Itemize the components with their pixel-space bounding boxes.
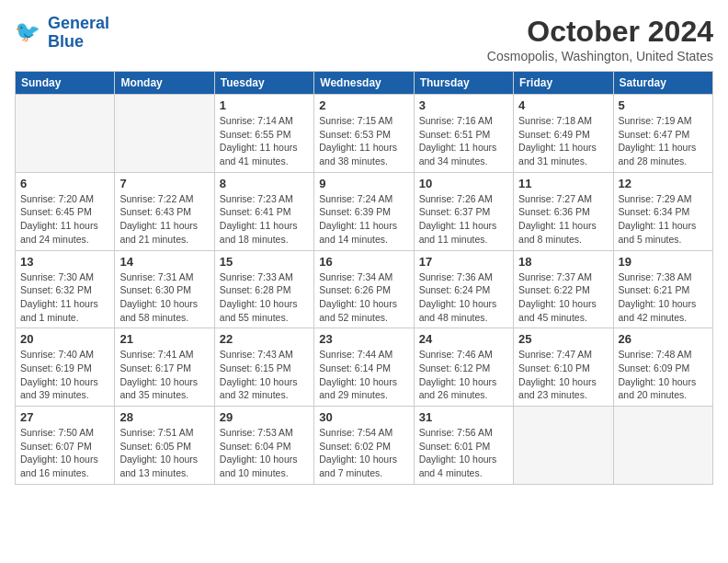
calendar-cell: 3Sunrise: 7:16 AM Sunset: 6:51 PM Daylig… — [414, 95, 513, 173]
calendar-cell: 11Sunrise: 7:27 AM Sunset: 6:36 PM Dayli… — [514, 172, 613, 250]
day-number: 26 — [619, 332, 708, 346]
day-info: Sunrise: 7:37 AM Sunset: 6:22 PM Dayligh… — [518, 270, 608, 325]
day-info: Sunrise: 7:30 AM Sunset: 6:32 PM Dayligh… — [20, 270, 109, 325]
day-number: 20 — [20, 332, 109, 346]
day-info: Sunrise: 7:54 AM Sunset: 6:02 PM Dayligh… — [319, 426, 408, 480]
day-number: 24 — [419, 332, 508, 346]
day-info: Sunrise: 7:27 AM Sunset: 6:36 PM Dayligh… — [518, 192, 608, 247]
day-info: Sunrise: 7:36 AM Sunset: 6:24 PM Dayligh… — [419, 270, 508, 325]
calendar-cell — [514, 407, 613, 485]
day-info: Sunrise: 7:14 AM Sunset: 6:55 PM Dayligh… — [220, 114, 309, 168]
calendar-cell: 25Sunrise: 7:47 AM Sunset: 6:10 PM Dayli… — [514, 328, 613, 407]
day-info: Sunrise: 7:46 AM Sunset: 6:12 PM Dayligh… — [419, 348, 508, 402]
location-subtitle: Cosmopolis, Washington, United States — [487, 49, 713, 63]
calendar-cell: 1Sunrise: 7:14 AM Sunset: 6:55 PM Daylig… — [214, 95, 313, 173]
calendar-week-4: 20Sunrise: 7:40 AM Sunset: 6:19 PM Dayli… — [16, 328, 713, 407]
day-info: Sunrise: 7:19 AM Sunset: 6:47 PM Dayligh… — [619, 114, 708, 168]
calendar-cell: 18Sunrise: 7:37 AM Sunset: 6:22 PM Dayli… — [514, 250, 613, 328]
day-info: Sunrise: 7:47 AM Sunset: 6:10 PM Dayligh… — [518, 348, 608, 402]
calendar-cell: 23Sunrise: 7:44 AM Sunset: 6:14 PM Dayli… — [314, 328, 414, 407]
day-number: 14 — [119, 255, 209, 269]
calendar-cell: 19Sunrise: 7:38 AM Sunset: 6:21 PM Dayli… — [613, 250, 712, 328]
day-info: Sunrise: 7:16 AM Sunset: 6:51 PM Dayligh… — [419, 114, 508, 168]
day-number: 11 — [518, 177, 608, 190]
day-info: Sunrise: 7:33 AM Sunset: 6:28 PM Dayligh… — [220, 270, 309, 325]
day-number: 7 — [119, 177, 209, 190]
day-header-tuesday: Tuesday — [214, 72, 313, 95]
day-info: Sunrise: 7:22 AM Sunset: 6:43 PM Dayligh… — [119, 192, 209, 247]
logo: 🐦 General Blue — [15, 15, 109, 52]
day-number: 2 — [319, 98, 408, 112]
calendar-cell: 14Sunrise: 7:31 AM Sunset: 6:30 PM Dayli… — [115, 250, 214, 328]
calendar-cell: 10Sunrise: 7:26 AM Sunset: 6:37 PM Dayli… — [414, 172, 513, 250]
day-number: 31 — [419, 410, 508, 424]
calendar-cell: 4Sunrise: 7:18 AM Sunset: 6:49 PM Daylig… — [514, 95, 613, 173]
day-info: Sunrise: 7:40 AM Sunset: 6:19 PM Dayligh… — [20, 348, 109, 402]
day-number: 19 — [619, 255, 708, 269]
logo-general: General — [48, 14, 109, 32]
calendar-cell: 16Sunrise: 7:34 AM Sunset: 6:26 PM Dayli… — [314, 250, 414, 328]
calendar-cell: 9Sunrise: 7:24 AM Sunset: 6:39 PM Daylig… — [314, 172, 414, 250]
day-info: Sunrise: 7:31 AM Sunset: 6:30 PM Dayligh… — [119, 270, 209, 325]
calendar-cell: 31Sunrise: 7:56 AM Sunset: 6:01 PM Dayli… — [414, 407, 513, 485]
calendar-cell: 8Sunrise: 7:23 AM Sunset: 6:41 PM Daylig… — [214, 172, 313, 250]
day-number: 1 — [220, 98, 309, 112]
page-header: 🐦 General Blue October 2024 Cosmopolis, … — [15, 15, 713, 63]
day-number: 28 — [119, 410, 209, 424]
calendar-cell: 30Sunrise: 7:54 AM Sunset: 6:02 PM Dayli… — [314, 407, 414, 485]
day-number: 29 — [220, 410, 309, 424]
calendar-cell: 6Sunrise: 7:20 AM Sunset: 6:45 PM Daylig… — [16, 172, 115, 250]
day-info: Sunrise: 7:26 AM Sunset: 6:37 PM Dayligh… — [419, 192, 508, 247]
calendar-cell: 12Sunrise: 7:29 AM Sunset: 6:34 PM Dayli… — [613, 172, 712, 250]
day-number: 27 — [20, 410, 109, 424]
day-info: Sunrise: 7:18 AM Sunset: 6:49 PM Dayligh… — [518, 114, 608, 168]
day-number: 13 — [20, 255, 109, 269]
day-info: Sunrise: 7:43 AM Sunset: 6:15 PM Dayligh… — [220, 348, 309, 402]
day-info: Sunrise: 7:41 AM Sunset: 6:17 PM Dayligh… — [119, 348, 209, 402]
day-number: 4 — [518, 98, 608, 112]
calendar-week-5: 27Sunrise: 7:50 AM Sunset: 6:07 PM Dayli… — [16, 407, 713, 485]
day-number: 30 — [319, 410, 408, 424]
day-number: 3 — [419, 98, 508, 112]
day-info: Sunrise: 7:56 AM Sunset: 6:01 PM Dayligh… — [419, 426, 508, 480]
calendar-cell: 17Sunrise: 7:36 AM Sunset: 6:24 PM Dayli… — [414, 250, 513, 328]
month-title: October 2024 — [487, 15, 713, 49]
calendar-week-3: 13Sunrise: 7:30 AM Sunset: 6:32 PM Dayli… — [16, 250, 713, 328]
day-info: Sunrise: 7:23 AM Sunset: 6:41 PM Dayligh… — [220, 192, 309, 247]
calendar-cell: 24Sunrise: 7:46 AM Sunset: 6:12 PM Dayli… — [414, 328, 513, 407]
day-number: 25 — [518, 332, 608, 346]
calendar-cell: 5Sunrise: 7:19 AM Sunset: 6:47 PM Daylig… — [613, 95, 712, 173]
day-number: 23 — [319, 332, 408, 346]
day-header-sunday: Sunday — [16, 72, 115, 95]
calendar-cell: 27Sunrise: 7:50 AM Sunset: 6:07 PM Dayli… — [16, 407, 115, 485]
day-number: 21 — [119, 332, 209, 346]
calendar-header-row: SundayMondayTuesdayWednesdayThursdayFrid… — [16, 72, 713, 95]
day-number: 22 — [220, 332, 309, 346]
day-info: Sunrise: 7:34 AM Sunset: 6:26 PM Dayligh… — [319, 270, 408, 325]
calendar-cell: 26Sunrise: 7:48 AM Sunset: 6:09 PM Dayli… — [613, 328, 712, 407]
calendar-cell: 13Sunrise: 7:30 AM Sunset: 6:32 PM Dayli… — [16, 250, 115, 328]
calendar-cell: 15Sunrise: 7:33 AM Sunset: 6:28 PM Dayli… — [214, 250, 313, 328]
day-info: Sunrise: 7:50 AM Sunset: 6:07 PM Dayligh… — [20, 426, 109, 480]
logo-icon: 🐦 — [15, 18, 44, 48]
calendar-cell — [613, 407, 712, 485]
calendar-week-1: 1Sunrise: 7:14 AM Sunset: 6:55 PM Daylig… — [16, 95, 713, 173]
day-info: Sunrise: 7:15 AM Sunset: 6:53 PM Dayligh… — [319, 114, 408, 168]
day-header-monday: Monday — [115, 72, 214, 95]
calendar-week-2: 6Sunrise: 7:20 AM Sunset: 6:45 PM Daylig… — [16, 172, 713, 250]
day-number: 18 — [518, 255, 608, 269]
day-number: 9 — [319, 177, 408, 190]
calendar-cell: 21Sunrise: 7:41 AM Sunset: 6:17 PM Dayli… — [115, 328, 214, 407]
day-info: Sunrise: 7:51 AM Sunset: 6:05 PM Dayligh… — [119, 426, 209, 480]
calendar-cell: 20Sunrise: 7:40 AM Sunset: 6:19 PM Dayli… — [16, 328, 115, 407]
day-number: 5 — [619, 98, 708, 112]
day-info: Sunrise: 7:20 AM Sunset: 6:45 PM Dayligh… — [20, 192, 109, 247]
calendar-table: SundayMondayTuesdayWednesdayThursdayFrid… — [15, 71, 713, 485]
day-number: 8 — [220, 177, 309, 190]
day-number: 6 — [20, 177, 109, 190]
svg-text:🐦: 🐦 — [15, 19, 40, 44]
calendar-cell — [16, 95, 115, 173]
calendar-cell — [115, 95, 214, 173]
day-info: Sunrise: 7:24 AM Sunset: 6:39 PM Dayligh… — [319, 192, 408, 247]
day-number: 10 — [419, 177, 508, 190]
